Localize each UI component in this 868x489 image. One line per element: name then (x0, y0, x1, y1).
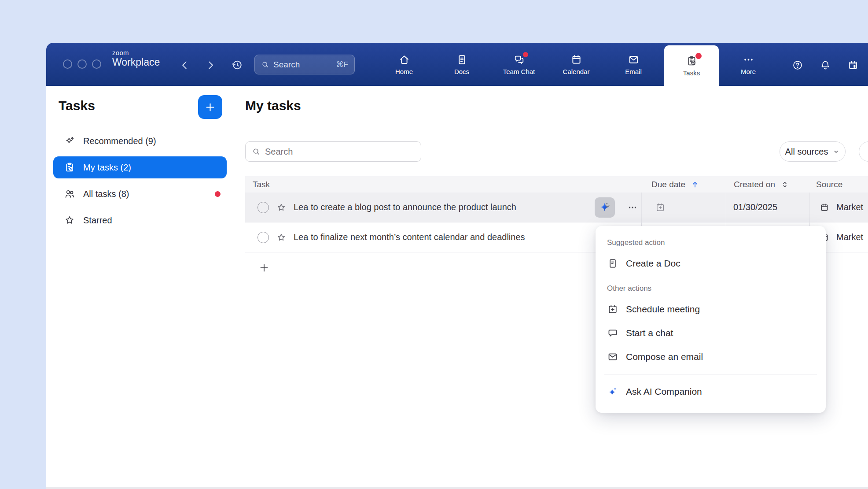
top-navbar: zoom Workplace ⌘F (46, 43, 868, 86)
column-header-task: Task (253, 180, 270, 189)
menu-item-ask-ai-companion[interactable]: Ask AI Companion (596, 380, 826, 404)
tab-docs[interactable]: Docs (438, 43, 485, 86)
all-tasks-badge (215, 191, 221, 197)
created-on-value: 01/30/2025 (733, 202, 777, 212)
tasks-sidebar: Tasks Recommended (9) (46, 86, 234, 489)
app-body: Tasks Recommended (9) (46, 86, 868, 489)
docs-icon (456, 54, 468, 66)
notifications-bell-icon[interactable] (820, 59, 831, 71)
zoom-workplace-window: zoom Workplace ⌘F (46, 43, 868, 489)
sort-toggle-icon[interactable] (780, 180, 789, 189)
menu-item-label: Start a chat (626, 328, 673, 338)
sidebar-title: Tasks (59, 98, 95, 113)
calendar-date-icon[interactable] (847, 59, 859, 71)
row-more-menu-icon[interactable] (623, 202, 642, 213)
logo-workplace-text: Workplace (112, 57, 160, 68)
calendar-source-icon (820, 203, 829, 212)
source-cell: Market (809, 193, 868, 222)
source-value: Market (836, 202, 863, 212)
help-icon[interactable] (792, 59, 803, 71)
table-header-row: Task Due date Created on (245, 176, 868, 193)
window-maximize-button[interactable] (92, 59, 101, 69)
doc-icon (607, 258, 618, 269)
clipboard-check-icon (64, 162, 75, 173)
task-search-field[interactable] (245, 141, 421, 162)
task-title: Lea to create a blog post to announce th… (294, 202, 516, 212)
team-chat-icon (513, 54, 525, 66)
back-icon[interactable] (179, 59, 191, 71)
tab-tasks[interactable]: Tasks (664, 45, 719, 86)
sidebar-item-my-tasks[interactable]: My tasks (2) (53, 156, 227, 178)
tab-calendar[interactable]: Calendar (552, 43, 600, 86)
tab-label: Docs (454, 68, 469, 75)
sidebar-item-recommended[interactable]: Recommended (9) (53, 130, 227, 152)
desktop: zoom Workplace ⌘F (0, 0, 868, 489)
all-sources-dropdown[interactable]: All sources (780, 141, 846, 162)
filter-dropdown-clipped[interactable] (859, 141, 868, 162)
due-date-cell[interactable] (641, 193, 726, 222)
global-search-input[interactable] (273, 60, 332, 70)
star-icon (64, 215, 75, 226)
search-shortcut-hint: ⌘F (336, 60, 348, 69)
menu-section-label: Suggested action (596, 236, 826, 252)
source-value: Market (836, 232, 863, 242)
sidebar-item-all-tasks[interactable]: All tasks (8) (53, 183, 227, 205)
sidebar-item-label: Recommended (9) (83, 136, 156, 146)
ai-companion-icon (598, 201, 611, 214)
home-icon (398, 54, 410, 66)
menu-item-label: Create a Doc (626, 258, 680, 269)
page-title: My tasks (245, 98, 301, 113)
window-bottom-edge (46, 487, 868, 489)
sort-ascending-icon[interactable] (691, 180, 699, 189)
menu-item-schedule-meeting[interactable]: Schedule meeting (596, 297, 826, 321)
zoom-workplace-logo: zoom Workplace (112, 49, 160, 68)
menu-item-compose-email[interactable]: Compose an email (596, 345, 826, 369)
sparkle-icon (64, 135, 75, 147)
tab-home[interactable]: Home (380, 43, 428, 86)
email-icon (628, 54, 640, 66)
task-row-1[interactable]: Lea to create a blog post to announce th… (245, 193, 868, 222)
column-header-created-on[interactable]: Created on (734, 180, 789, 189)
forward-icon[interactable] (205, 59, 216, 71)
logo-zoom-text: zoom (112, 49, 160, 57)
menu-item-create-doc[interactable]: Create a Doc (596, 252, 826, 275)
tab-label: Email (625, 68, 642, 75)
menu-item-label: Compose an email (626, 352, 703, 362)
tab-team-chat[interactable]: Team Chat (495, 43, 543, 86)
tasks-badge (695, 53, 702, 59)
task-complete-checkbox[interactable] (257, 202, 269, 213)
window-controls[interactable] (63, 59, 101, 69)
chevron-down-icon (832, 148, 840, 156)
task-search-input[interactable] (265, 147, 415, 157)
tab-more[interactable]: More (725, 43, 772, 86)
menu-item-start-chat[interactable]: Start a chat (596, 321, 826, 345)
search-icon (261, 60, 269, 69)
add-due-date-icon[interactable] (655, 202, 666, 213)
sidebar-item-label: Starred (83, 215, 112, 226)
global-search-field[interactable]: ⌘F (254, 55, 355, 74)
ai-actions-popup: Suggested action Create a Doc Other acti… (596, 226, 826, 413)
my-tasks-panel: My tasks All sources (234, 86, 868, 489)
tab-label: Tasks (683, 69, 700, 77)
history-icon[interactable] (231, 59, 243, 71)
task-title: Lea to finalize next month’s content cal… (294, 232, 525, 242)
ai-companion-actions-button[interactable] (595, 197, 615, 218)
window-close-button[interactable] (63, 59, 72, 69)
tab-label: Calendar (563, 68, 590, 75)
menu-section-label: Other actions (596, 275, 826, 297)
column-header-due-date[interactable]: Due date (651, 180, 699, 189)
window-minimize-button[interactable] (77, 59, 87, 69)
plus-icon (258, 262, 270, 274)
created-on-cell: 01/30/2025 (726, 193, 809, 222)
add-task-button[interactable] (198, 95, 222, 119)
star-icon[interactable] (276, 202, 287, 213)
column-label: Due date (651, 180, 685, 189)
sidebar-item-starred[interactable]: Starred (53, 209, 227, 231)
plus-icon (204, 101, 216, 113)
menu-item-label: Ask AI Companion (626, 386, 702, 397)
star-icon[interactable] (276, 232, 287, 243)
tab-email[interactable]: Email (610, 43, 657, 86)
task-cell: Lea to create a blog post to announce th… (245, 193, 641, 222)
task-complete-checkbox[interactable] (257, 232, 269, 243)
sidebar-item-label: All tasks (8) (83, 189, 129, 199)
